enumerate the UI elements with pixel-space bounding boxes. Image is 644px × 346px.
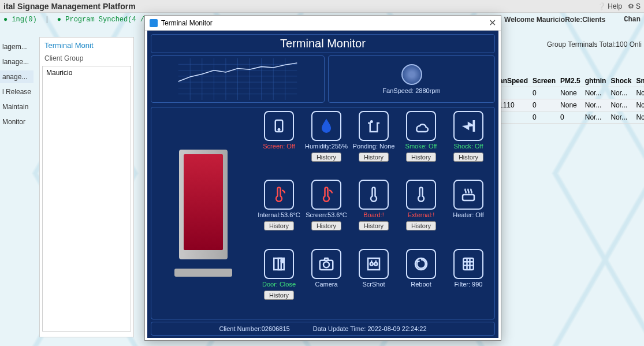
terminals-table: anSpeed Screen PM2.5 ghtnin Shock Smok 0… [497, 75, 644, 124]
heater-icon [453, 180, 483, 210]
svg-point-17 [371, 121, 373, 122]
thermometer-icon [406, 180, 436, 210]
device-image [151, 107, 255, 319]
camera-icon [311, 249, 341, 279]
table-row[interactable]: 11100NoneNor...Nor...Nor... [497, 99, 644, 111]
screenshot-icon [359, 249, 389, 279]
dialog-titlebar[interactable]: Terminal Monitor ✕ [145, 16, 501, 31]
history-button[interactable]: History [264, 291, 294, 300]
col-header[interactable]: Shock [608, 75, 634, 87]
reboot-icon [406, 249, 436, 279]
history-button[interactable]: History [311, 152, 341, 162]
col-header[interactable]: ghtnin [583, 75, 609, 87]
fan-speed-label: FanSpeed: 2880rpm [382, 87, 440, 94]
app-titlebar: ital Signage Management Platform ❔ Help … [0, 0, 644, 13]
svg-point-27 [374, 262, 377, 265]
col-header[interactable]: Screen [530, 75, 558, 87]
synced-status: Program Synched(4 / 4) [65, 16, 157, 24]
tile-heater: Heater: Off [446, 180, 491, 246]
sidebar-item[interactable]: l Release [0, 85, 33, 98]
ponding-icon [359, 111, 389, 141]
tile-external-temp: External:! History [399, 180, 444, 246]
client-group-panel: Terminal Monit Client Group Mauricio [39, 37, 134, 337]
tile-shock: Shock: Off History [446, 111, 491, 177]
history-button[interactable]: History [406, 152, 436, 162]
tile-screen-status: Screen: Off [256, 111, 301, 177]
app-icon [150, 19, 158, 27]
client-list-item[interactable]: Mauricio [46, 69, 127, 77]
col-header[interactable]: anSpeed [497, 75, 530, 87]
sidebar-item[interactable]: Maintain [0, 101, 33, 113]
tile-smoke: Smoke: Off History [399, 111, 444, 177]
tile-internal-temp: Internal:53.6°C History [256, 180, 301, 246]
shock-icon [453, 111, 483, 141]
panel-title: Terminal Monit [40, 38, 133, 53]
svg-point-22 [281, 259, 284, 262]
svg-point-16 [278, 129, 280, 131]
sidebar-item[interactable]: Monitor [0, 116, 33, 128]
tile-screen-temp: Screen:53.6°C History [304, 180, 349, 246]
col-header[interactable]: PM2.5 [558, 75, 583, 87]
filter-icon [453, 249, 483, 279]
svg-rect-19 [463, 195, 474, 200]
close-button[interactable]: ✕ [489, 17, 496, 28]
chan-label: Chan [624, 16, 641, 24]
help-button[interactable]: ❔ Help [597, 2, 622, 10]
history-button[interactable]: History [359, 221, 389, 230]
client-list[interactable]: Mauricio [42, 66, 131, 332]
client-number: Client Number:02606815 [219, 325, 289, 332]
table-row[interactable]: 00Nor...Nor...Nor... [497, 111, 644, 124]
smoke-icon [406, 111, 436, 141]
tile-door: Door: Close History [256, 249, 301, 315]
dialog-header: Terminal Monitor [151, 34, 495, 53]
history-button[interactable]: History [406, 221, 436, 230]
svg-rect-29 [463, 258, 474, 270]
thermometer-icon [311, 180, 341, 210]
pending-status: ing(0) [12, 16, 36, 24]
history-button[interactable]: History [264, 221, 294, 230]
terminal-monitor-dialog: Terminal Monitor ✕ Terminal Monitor [144, 15, 501, 341]
history-button[interactable]: History [311, 221, 341, 230]
group-label: Client Group [40, 53, 133, 66]
tile-filter: Filter: 990 [446, 249, 491, 315]
screen-icon [264, 111, 294, 141]
col-header[interactable]: Smok [634, 75, 644, 87]
door-icon [264, 249, 294, 279]
history-button[interactable]: History [453, 152, 483, 162]
settings-button[interactable]: ⚙ S [628, 2, 641, 10]
fan-panel: FanSpeed: 2880rpm [328, 55, 495, 103]
sidebar-item[interactable]: lanage... [0, 55, 33, 68]
svg-rect-18 [473, 120, 475, 132]
history-button[interactable]: History [359, 152, 389, 162]
tile-humidity: Humidity:255% History [304, 111, 349, 177]
thermometer-icon [359, 180, 389, 210]
sidebar-item[interactable]: anage... [0, 70, 33, 83]
tile-screenshot[interactable]: ScrShot [351, 249, 396, 315]
tile-ponding: Ponding: None History [351, 111, 396, 177]
svg-point-26 [370, 262, 373, 265]
sidebar: lagem... lanage... anage... l Release Ma… [0, 40, 33, 128]
dialog-footer: Client Number:02606815 Data Update Time:… [151, 322, 495, 336]
humidity-icon [311, 111, 341, 141]
tile-reboot[interactable]: Reboot [399, 249, 444, 315]
app-title: ital Signage Management Platform [3, 2, 136, 11]
table-row[interactable]: 0NoneNor...Nor...Nor... [497, 87, 644, 99]
update-time: Data Update Time: 2022-08-09 22:24:22 [313, 325, 427, 332]
thermometer-icon [264, 180, 294, 210]
trend-chart [151, 55, 325, 103]
sidebar-item[interactable]: lagem... [0, 40, 33, 53]
tile-board-temp: Board:! History [351, 180, 396, 246]
tile-camera[interactable]: Camera [304, 249, 349, 315]
fan-icon [401, 64, 422, 85]
group-totals: Group Terminals Total:100 Onli [547, 40, 642, 49]
svg-point-24 [323, 262, 329, 267]
welcome-text: Welcome MauricioRole:Clients [504, 16, 605, 24]
dialog-title: Terminal Monitor [161, 19, 213, 27]
